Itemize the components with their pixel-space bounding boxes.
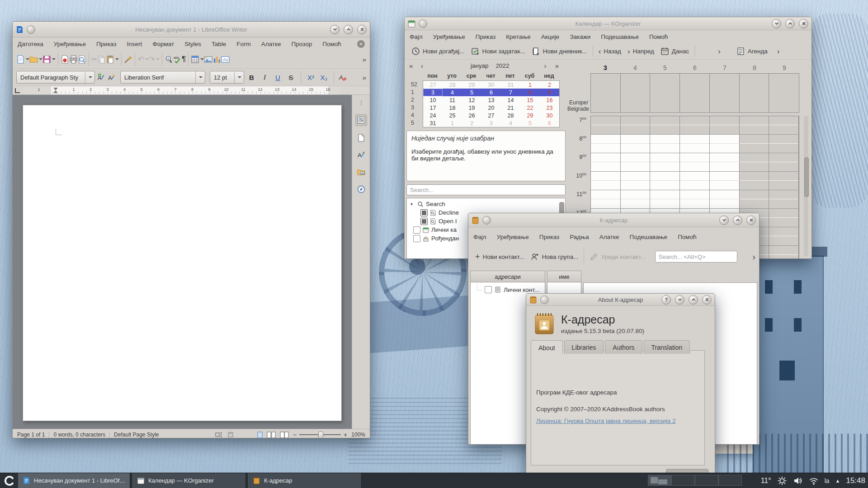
minical-day-cell[interactable]: 6 xyxy=(540,119,559,127)
menu-go[interactable]: Кретање xyxy=(506,33,530,40)
tab-authors[interactable]: Authors xyxy=(605,340,642,354)
document-page[interactable] xyxy=(23,105,342,421)
menu-settings[interactable]: Подешавање xyxy=(629,234,667,240)
agenda-day-label[interactable]: 7 xyxy=(710,64,740,71)
window-menu-button[interactable] xyxy=(540,296,549,304)
minical-day-cell[interactable]: 26 xyxy=(462,112,481,119)
checkbox-checked[interactable] xyxy=(420,218,428,225)
agenda-cell[interactable] xyxy=(680,135,710,153)
zoom-slider[interactable]: − + xyxy=(293,431,347,438)
kaddressbook-titlebar[interactable]: К-адресар xyxy=(468,213,759,227)
minical-day-cell[interactable]: 13 xyxy=(481,96,501,104)
calendar-group-search[interactable]: ▾ Search xyxy=(407,200,565,208)
pager-desktop-4[interactable] xyxy=(718,475,742,486)
korganizer-titlebar[interactable]: Календар — KOrganizer xyxy=(405,17,811,30)
minical-day-cell[interactable]: 19 xyxy=(462,104,481,112)
agenda-day-label[interactable]: 6 xyxy=(680,64,710,71)
tab-about[interactable]: About xyxy=(531,340,563,355)
agenda-cell[interactable] xyxy=(680,172,710,190)
minical-day-cell[interactable]: 1 xyxy=(520,81,540,89)
agenda-cell[interactable] xyxy=(740,116,769,135)
close-button[interactable] xyxy=(799,19,808,28)
agenda-cell[interactable] xyxy=(591,153,621,172)
edit-contact-button[interactable]: Уреди контакт... xyxy=(586,251,648,263)
agenda-cell[interactable] xyxy=(650,172,680,190)
new-document-icon[interactable] xyxy=(16,55,25,64)
agenda-cell[interactable] xyxy=(591,172,621,190)
menu-view[interactable]: Приказ xyxy=(539,234,560,240)
clone-formatting-icon[interactable] xyxy=(124,55,132,64)
agenda-view-button[interactable]: Агенда xyxy=(733,46,771,57)
insert-chart-icon[interactable] xyxy=(212,55,221,64)
minical-day-cell[interactable]: 17 xyxy=(423,104,443,112)
agenda-cell[interactable] xyxy=(591,190,621,209)
wifi-icon[interactable] xyxy=(809,476,819,486)
sidebar-gallery-icon[interactable] xyxy=(356,167,367,178)
agenda-cell[interactable] xyxy=(710,116,740,135)
sidebar-styles-icon[interactable]: A xyxy=(356,150,367,160)
minical-day-cell[interactable]: 23 xyxy=(540,104,559,112)
insert-table-dropdown[interactable] xyxy=(200,58,204,60)
close-document-icon[interactable]: ✕ xyxy=(357,40,365,48)
menu-view[interactable]: Приказ xyxy=(476,33,496,40)
agenda-cell[interactable] xyxy=(621,135,651,153)
maximize-button[interactable] xyxy=(785,19,795,28)
zoom-slider-track[interactable] xyxy=(299,434,341,435)
minical-day-cell[interactable]: 31 xyxy=(501,81,520,89)
agenda-allday-cell[interactable] xyxy=(710,74,740,113)
undo-dropdown[interactable] xyxy=(145,58,149,60)
calendar-search-input[interactable] xyxy=(406,184,566,195)
agenda-cell[interactable] xyxy=(769,116,799,135)
taskbar-task-korganizer[interactable]: Календар — KOrganizer xyxy=(132,473,246,488)
minical-day-cell[interactable]: 2 xyxy=(462,119,481,127)
toolbar-overflow-icon[interactable]: › xyxy=(752,252,755,261)
next-year-button[interactable]: » xyxy=(551,62,563,70)
status-page-style[interactable]: Default Page Style xyxy=(114,432,159,438)
minical-day-cell[interactable]: 30 xyxy=(540,112,559,119)
minical-day-cell[interactable]: 21 xyxy=(501,104,520,112)
about-dialog-titlebar[interactable]: About К-адресар ? xyxy=(526,294,715,306)
minical-day-cell[interactable]: 30 xyxy=(481,81,501,89)
keyboard-layout-indicator[interactable]: la xyxy=(825,477,830,484)
maximize-button[interactable] xyxy=(344,25,353,34)
menu-file[interactable]: Датотека xyxy=(18,41,43,47)
agenda-cell[interactable] xyxy=(710,190,740,209)
pager-desktop-3[interactable] xyxy=(695,475,718,486)
agenda-cell[interactable] xyxy=(621,116,651,135)
paste-dropdown[interactable] xyxy=(115,58,119,60)
sidebar-page-icon[interactable] xyxy=(356,132,367,143)
insert-image-icon[interactable] xyxy=(204,55,212,64)
menu-table[interactable]: Table xyxy=(212,41,226,47)
minical-day-cell[interactable]: 16 xyxy=(540,96,559,104)
minical-day-cell[interactable]: 10 xyxy=(423,96,443,104)
menu-edit[interactable]: Уређивање xyxy=(54,41,86,47)
minical-day-cell[interactable]: 5 xyxy=(520,119,540,127)
insert-table-icon[interactable] xyxy=(191,55,199,64)
agenda-scrollbar[interactable] xyxy=(804,116,808,257)
undo-icon[interactable]: ↶ xyxy=(137,55,144,64)
minimize-button[interactable] xyxy=(772,19,781,28)
minical-day-cell[interactable]: 24 xyxy=(423,112,443,119)
back-button[interactable]: ‹ Назад xyxy=(595,46,624,56)
minical-day-cell[interactable]: 20 xyxy=(481,104,501,112)
new-document-dropdown[interactable] xyxy=(26,58,29,60)
open-file-icon[interactable] xyxy=(29,55,38,64)
scroll-view-right-icon[interactable]: › xyxy=(718,47,721,55)
close-button[interactable] xyxy=(357,25,367,34)
menu-tools[interactable]: Алатке xyxy=(599,234,619,240)
minical-day-cell[interactable]: 4 xyxy=(443,89,462,96)
checkbox-checked[interactable] xyxy=(420,209,428,216)
toolbar-overflow-icon[interactable]: › xyxy=(777,47,780,55)
formatting-marks-icon[interactable]: ¶ xyxy=(182,55,186,64)
agenda-cell[interactable] xyxy=(740,153,769,172)
italic-button[interactable]: I xyxy=(259,71,270,83)
tab-libraries[interactable]: Libraries xyxy=(564,340,604,354)
menu-insert[interactable]: Insert xyxy=(127,41,142,47)
taskbar-task-kaddressbook[interactable]: К-адресар xyxy=(248,473,362,488)
agenda-allday-cell[interactable] xyxy=(680,74,710,113)
superscript-button[interactable]: X² xyxy=(305,71,316,83)
taskbar-task-writer[interactable]: Несачуван документ 1 - LibreOffi... xyxy=(18,473,130,488)
combo-dropdown-icon[interactable] xyxy=(234,71,244,83)
menu-file[interactable]: Фајл xyxy=(410,33,423,40)
agenda-cell[interactable] xyxy=(650,190,680,209)
